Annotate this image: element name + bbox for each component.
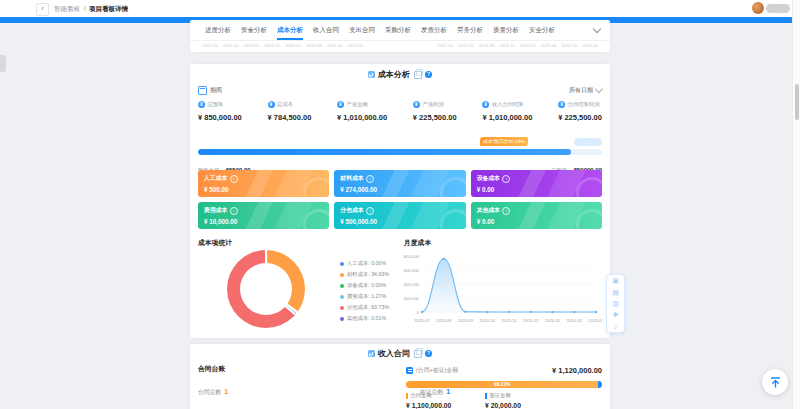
tab-cost[interactable]: 成本分析 xyxy=(272,20,308,40)
tab-progress[interactable]: 进度分析 xyxy=(200,20,236,40)
screen: ‹ 智能看板 / 项目看板详情 进度分析 资金分析 成本分析 收入合同 支出合同… xyxy=(0,0,800,409)
arrow-circle-icon: › xyxy=(230,207,238,215)
budget-progress-bar xyxy=(198,149,602,155)
note-icon[interactable]: ♪ xyxy=(614,323,618,330)
tab-nav-card: 进度分析 资金分析 成本分析 收入合同 支出合同 采购分析 发票分析 劳务分析 … xyxy=(190,20,610,52)
svg-text:2024-02: 2024-02 xyxy=(567,318,583,323)
drawer-handle[interactable] xyxy=(0,55,6,72)
help-icon[interactable]: ? xyxy=(425,350,433,358)
income-section-title: 收入合同 xyxy=(378,348,410,359)
legend-item: 费用成本: 1.27% xyxy=(340,293,389,300)
residual-axis-dates: 2021-10 2022-02 2023-01 2022-10 2020-12 … xyxy=(202,43,598,48)
visa-amount-segment xyxy=(598,381,602,388)
back-to-top-button[interactable] xyxy=(762,369,788,395)
user-avatar[interactable] xyxy=(752,2,764,14)
scrollbar-track xyxy=(792,0,800,409)
date-range-select[interactable]: 所有日期 xyxy=(569,86,602,95)
copy-icon[interactable] xyxy=(414,350,422,358)
ai-float-toolbar: ▣ ▤ ▥ ✚ ♪ xyxy=(606,274,625,333)
period-filter: 期间 xyxy=(198,86,222,95)
tabs-overflow-chevron-icon[interactable] xyxy=(593,24,601,32)
legend-item: 材料成本: 34.93% xyxy=(340,271,389,278)
residual-dates-right: 2021-10 2022-02 2023-08 2023-11 2020-12 … xyxy=(437,43,598,48)
metric-output-profit: ¥ 产值利润 ¥ 225,500.00 xyxy=(413,101,457,122)
metric-settlement-profit: ¥ 合同结算利润 ¥ 225,500.00 xyxy=(558,101,602,122)
table-icon[interactable]: ▥ xyxy=(612,300,619,307)
card-other-cost[interactable]: 其他成本 › ¥ 0.00 xyxy=(471,202,602,229)
dashboard-icon xyxy=(368,350,375,357)
svg-text:800,000: 800,000 xyxy=(403,254,419,259)
tab-labor[interactable]: 劳务分析 xyxy=(452,20,488,40)
metric-output-amount: ¥ 产值金额 ¥ 1,010,000.00 xyxy=(337,101,387,122)
coin-icon: ¥ xyxy=(268,101,275,108)
tab-funds[interactable]: 资金分析 xyxy=(236,20,272,40)
cost-section-header: 成本分析 ? xyxy=(190,69,610,80)
card-subcontract-cost[interactable]: 分包成本 › ¥ 500,000.00 xyxy=(334,202,465,229)
svg-text:2023-08: 2023-08 xyxy=(436,318,452,323)
scrollbar-thumb[interactable] xyxy=(795,84,799,120)
card-equipment-cost[interactable]: 设备成本 › ¥ 0.00 xyxy=(471,170,602,197)
donut-chart-title: 成本项统计 xyxy=(198,238,232,248)
metric-total-budget: ¥ 总预算 ¥ 850,000.00 xyxy=(198,101,242,122)
tab-procurement[interactable]: 采购分析 xyxy=(380,20,416,40)
monthly-chart-title: 月度成本 xyxy=(404,238,431,248)
contract-amount-bar: 98.21% xyxy=(406,381,602,388)
svg-text:2023-07: 2023-07 xyxy=(414,318,430,323)
breadcrumb-current: 项目看板详情 xyxy=(89,5,128,14)
svg-text:2023-10: 2023-10 xyxy=(480,318,496,323)
tab-quality[interactable]: 质量分析 xyxy=(488,20,524,40)
image-icon[interactable]: ▤ xyxy=(612,289,619,296)
cost-section-title: 成本分析 xyxy=(378,69,410,80)
legend-item: 分包成本: 63.73% xyxy=(340,304,389,311)
monthly-cost-chart: 0200,000400,000600,000800,0002023-072023… xyxy=(402,250,602,330)
coin-icon: ¥ xyxy=(482,101,489,108)
visa-amount-legend: 签证金额 ¥ 20,000.00 xyxy=(485,392,521,409)
svg-text:600,000: 600,000 xyxy=(403,268,419,273)
back-button[interactable]: ‹ xyxy=(36,3,49,16)
period-filter-row: 期间 所有日期 xyxy=(198,84,602,96)
svg-text:200,000: 200,000 xyxy=(403,296,419,301)
arrow-to-top-icon xyxy=(770,377,781,388)
arrow-circle-icon: › xyxy=(502,175,510,183)
plus-icon[interactable]: ✚ xyxy=(613,311,619,318)
card-expense-cost[interactable]: 费用成本 › ¥ 10,000.00 xyxy=(198,202,329,229)
tab-expense-contract[interactable]: 支出合同 xyxy=(344,20,380,40)
budget-progress-fill xyxy=(198,149,571,155)
calendar-icon xyxy=(198,86,207,95)
date-range-value[interactable]: 所有日期 xyxy=(569,86,593,95)
tab-invoice[interactable]: 发票分析 xyxy=(416,20,452,40)
contract-amount-segment: 98.21% xyxy=(406,381,598,388)
username-pill[interactable] xyxy=(766,4,790,13)
cost-budget-ratio-badge: 成本/预算比92.29% xyxy=(480,137,529,146)
cost-analysis-card: 成本分析 ? 期间 所有日期 ¥ 总预算 ¥ 850,000.00 ¥ 总成本 xyxy=(190,64,610,338)
cost-donut-chart xyxy=(227,250,305,328)
contract-amount-legend: 合同金额 ¥ 1,100,000.00 xyxy=(406,392,451,409)
breadcrumb-separator: / xyxy=(84,5,86,12)
donut-legend: 人工成本: 0.06% 材料成本: 34.93% 设备成本: 0.00% 费用成… xyxy=(340,260,389,322)
legend-item: 其他成本: 0.01% xyxy=(340,315,389,322)
metric-total-cost: ¥ 总成本 ¥ 784,500.00 xyxy=(268,101,312,122)
arrow-circle-icon: › xyxy=(366,175,374,183)
copy-icon[interactable] xyxy=(414,71,422,79)
svg-text:2024-03: 2024-03 xyxy=(588,318,602,323)
contract-amount-row: (合同+签证)金额 ¥ 1,120,000.00 xyxy=(406,366,602,375)
card-labor-cost[interactable]: 人工成本 › ¥ 500.00 xyxy=(198,170,329,197)
income-contract-card: 收入合同 ? 合同台账 合同总数 1 签证总数 1 (合同+签证)金额 ¥ 1,… xyxy=(190,344,610,409)
contract-count: 合同总数 1 xyxy=(198,388,228,397)
cost-metrics-row: ¥ 总预算 ¥ 850,000.00 ¥ 总成本 ¥ 784,500.00 ¥ … xyxy=(198,101,602,122)
layers-icon[interactable]: ▣ xyxy=(612,277,619,284)
card-material-cost[interactable]: 材料成本 › ¥ 274,000.00 xyxy=(334,170,465,197)
top-header-bar: ‹ 智能看板 / 项目看板详情 xyxy=(0,0,800,17)
tab-income-contract[interactable]: 收入合同 xyxy=(308,20,344,40)
help-icon[interactable]: ? xyxy=(425,71,433,79)
tab-safety[interactable]: 安全分析 xyxy=(524,20,560,40)
period-label: 期间 xyxy=(210,86,222,95)
residual-dates-left: 2021-10 2022-02 2023-01 2022-10 2020-12 … xyxy=(202,43,363,48)
coin-icon: ¥ xyxy=(198,101,205,108)
svg-text:0: 0 xyxy=(417,310,420,315)
breadcrumb-parent[interactable]: 智能看板 xyxy=(54,5,80,14)
svg-text:2023-09: 2023-09 xyxy=(458,318,474,323)
legend-item: 设备成本: 0.00% xyxy=(340,282,389,289)
contract-ledger-title: 合同台账 xyxy=(198,364,225,374)
svg-text:400,000: 400,000 xyxy=(403,282,419,287)
